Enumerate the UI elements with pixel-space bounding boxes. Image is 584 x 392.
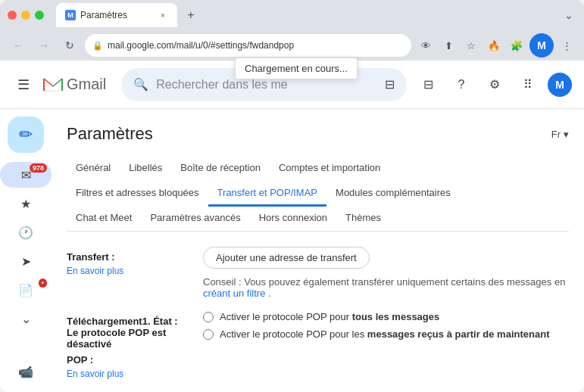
conseil-link[interactable]: créant un filtre	[203, 288, 265, 299]
compose-button[interactable]: ✏	[8, 117, 44, 153]
settings-content: Transfert : En savoir plus Ajouter une a…	[67, 232, 569, 392]
sidebar-item-sent[interactable]: ➤	[0, 248, 52, 274]
sidebar-item-meet[interactable]: 📹	[0, 359, 52, 384]
forward-button[interactable]: →	[33, 35, 55, 56]
pop-radio-new[interactable]	[203, 329, 214, 340]
more-icon: ⌄	[21, 312, 31, 326]
pop-option-new-text: Activer le protocole POP pour les messag…	[220, 328, 549, 340]
clock-icon: 🕐	[18, 226, 33, 240]
main-content: Paramètres Fr ▾ Général Libellés Boîte d…	[52, 109, 584, 392]
tab-list-button[interactable]: ⌄	[561, 8, 576, 23]
transfer-learn-more-link[interactable]: En savoir plus	[67, 266, 188, 276]
settings-icon[interactable]: ⚙	[481, 71, 508, 98]
close-window-button[interactable]	[8, 11, 17, 20]
back-button[interactable]: ←	[8, 35, 29, 56]
tab-end: ⌄	[561, 8, 576, 23]
share-icon[interactable]: ⬆	[439, 36, 458, 55]
pop-option-all[interactable]: Activer le protocole POP pour tous les m…	[203, 311, 569, 322]
transfer-label: Transfert :	[67, 251, 115, 263]
conseil-end: .	[268, 288, 271, 299]
tab-advanced[interactable]: Paramètres avancés	[141, 206, 249, 232]
traffic-lights	[8, 11, 44, 20]
tab-bar: M Paramètres × + ⌄	[56, 3, 576, 27]
search-icon: 🔍	[133, 77, 148, 92]
tab-chat[interactable]: Chat et Meet	[67, 206, 141, 232]
pop-label: POP :	[67, 354, 93, 366]
inbox-badge: 978	[30, 163, 47, 173]
address-bar[interactable]: 🔒 mail.google.com/mail/u/0/#settings/fwd…	[85, 34, 411, 57]
sidebar: ✏ ✉ 978 ★ 🕐 ➤ 📄 •	[0, 109, 52, 392]
pop-section: Téléchargement1. État : Le protocole POP…	[67, 311, 569, 379]
gmail-body: ✏ ✉ 978 ★ 🕐 ➤ 📄 •	[0, 109, 584, 392]
settings-tabs: Général Libellés Boîte de réception Comp…	[67, 156, 569, 232]
reload-button[interactable]: ↻	[59, 35, 80, 56]
pop-option-all-text: Activer le protocole POP pour tous les m…	[220, 311, 439, 322]
sidebar-item-drafts[interactable]: 📄 •	[0, 277, 52, 303]
pop-title: Téléchargement1. État : Le protocole POP…	[67, 316, 188, 350]
pop-radio-all[interactable]	[203, 312, 214, 322]
apps-icon[interactable]: ⠿	[514, 71, 542, 98]
minimize-window-button[interactable]	[21, 11, 30, 20]
address-text: mail.google.com/mail/u/0/#settings/fwdan…	[108, 40, 294, 51]
lang-chevron-icon: ▾	[564, 129, 569, 140]
language-selector[interactable]: Fr ▾	[551, 129, 569, 140]
transfer-section: Transfert : En savoir plus Ajouter une a…	[67, 247, 569, 299]
conseil-box: Conseil : Vous pouvez également transfér…	[203, 276, 567, 299]
gmail-container: ☰ Gmail 🔍 ⊟ ⊟ ?	[0, 61, 584, 392]
star-icon: ★	[20, 197, 31, 211]
bookmark-icon[interactable]: ☆	[461, 36, 481, 55]
loading-text: Chargement en cours...	[245, 63, 348, 74]
gmail-logo-icon	[42, 74, 64, 95]
nav-actions: 👁 ⬆ ☆ 🔥 🧩 M ⋮	[416, 33, 576, 58]
header-actions: ⊟ ? ⚙ ⠿ M	[414, 71, 572, 98]
browser-frame: M Paramètres × + ⌄ ← → ↻ 🔒 mail.google.c…	[0, 0, 584, 392]
tabs-row-2: Filtres et adresses bloquées Transfert e…	[67, 181, 569, 206]
search-options-icon[interactable]: ⊟	[385, 77, 395, 92]
transfer-value: Ajouter une adresse de transfert Conseil…	[203, 247, 569, 299]
options-icon[interactable]: ⊟	[414, 71, 442, 98]
tab-transfer[interactable]: Transfert et POP/IMAP	[208, 181, 326, 207]
user-avatar[interactable]: M	[548, 73, 572, 97]
pop-learn-more-link[interactable]: En savoir plus	[67, 369, 188, 379]
eye-icon[interactable]: 👁	[416, 36, 436, 55]
sidebar-item-snoozed[interactable]: 🕐	[0, 219, 52, 245]
search-input[interactable]	[156, 78, 377, 92]
nav-bar: ← → ↻ 🔒 mail.google.com/mail/u/0/#settin…	[0, 30, 584, 61]
drafts-badge: •	[39, 278, 47, 288]
sidebar-item-inbox[interactable]: ✉ 978	[0, 162, 52, 188]
tab-addons[interactable]: Modules complémentaires	[326, 181, 460, 207]
gmail-wordmark: Gmail	[67, 76, 106, 93]
lang-label: Fr	[551, 129, 561, 140]
tab-offline[interactable]: Hors connexion	[250, 206, 336, 232]
settings-header: Paramètres Fr ▾	[67, 109, 569, 156]
add-transfer-address-button[interactable]: Ajouter une adresse de transfert	[203, 247, 370, 269]
new-tab-button[interactable]: +	[180, 5, 201, 26]
sidebar-item-starred[interactable]: ★	[0, 191, 52, 216]
tabs-row-1: Général Libellés Boîte de réception Comp…	[67, 156, 569, 181]
tab-labels[interactable]: Libellés	[120, 156, 171, 182]
browser-profile-avatar[interactable]: M	[529, 33, 554, 58]
tab-filters[interactable]: Filtres et adresses bloquées	[67, 181, 208, 207]
tab-general[interactable]: Général	[67, 156, 120, 182]
tab-inbox[interactable]: Boîte de réception	[171, 156, 270, 182]
close-tab-button[interactable]: ×	[158, 10, 168, 20]
pop-option-new[interactable]: Activer le protocole POP pour les messag…	[203, 328, 569, 340]
hamburger-menu-button[interactable]: ☰	[12, 76, 35, 93]
gmail-logo: Gmail	[42, 74, 106, 95]
tab-themes[interactable]: Thèmes	[336, 206, 390, 232]
transfer-label-container: Transfert : En savoir plus	[67, 247, 188, 276]
maximize-window-button[interactable]	[35, 11, 44, 20]
pop-label-container: Téléchargement1. État : Le protocole POP…	[67, 311, 188, 379]
tab-favicon: M	[65, 10, 76, 20]
lock-icon: 🔒	[92, 41, 103, 51]
tab-accounts[interactable]: Comptes et importation	[270, 156, 389, 182]
active-tab[interactable]: M Paramètres ×	[56, 3, 177, 27]
sent-icon: ➤	[21, 254, 31, 269]
menu-icon[interactable]: ⋮	[557, 36, 576, 55]
page-title: Paramètres	[67, 124, 153, 144]
sidebar-item-more[interactable]: ⌄	[0, 306, 52, 331]
help-icon[interactable]: ?	[448, 71, 475, 98]
title-bar: M Paramètres × + ⌄	[0, 0, 584, 30]
firefox-icon[interactable]: 🔥	[484, 36, 504, 55]
extensions-icon[interactable]: 🧩	[507, 36, 526, 55]
